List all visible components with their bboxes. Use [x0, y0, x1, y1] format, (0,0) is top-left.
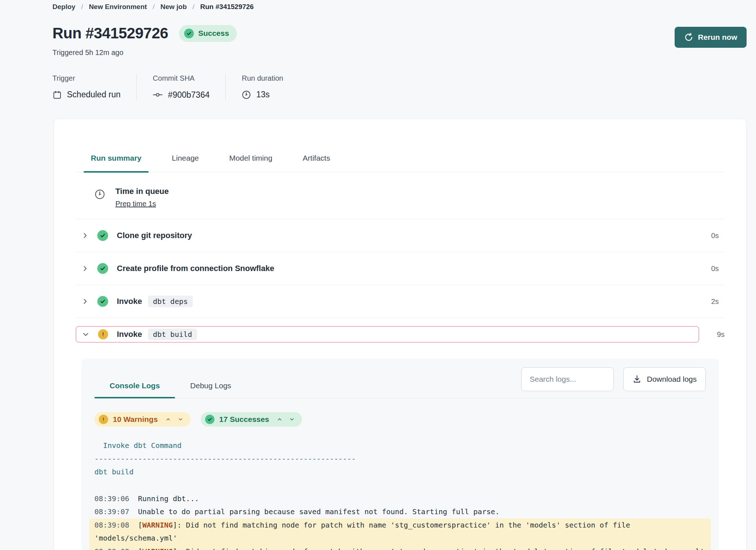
meta-trigger-value: Scheduled run	[67, 90, 120, 100]
log-message: Unable to do partial parsing because sav…	[138, 507, 499, 516]
successes-badge[interactable]: 17 Successes	[201, 412, 302, 427]
queue-clock-icon	[94, 189, 105, 200]
step-duration: 0s	[711, 265, 719, 273]
previous-success-chevron-up-icon[interactable]	[277, 416, 283, 422]
triggered-timestamp: Triggered 5h 12m ago	[52, 48, 747, 57]
run-detail-page: Deploy / New Environment / New job / Run…	[0, 0, 756, 550]
step-create-profile[interactable]: Create profile from connection Snowflake…	[76, 252, 725, 285]
logs-controls: Download logs	[521, 367, 706, 391]
warnings-badge[interactable]: 10 Warnings	[94, 412, 191, 427]
breadcrumb-separator: /	[81, 3, 83, 11]
meta-commit: Commit SHA #900b7364	[136, 74, 225, 100]
step-name: Clone git repository	[117, 231, 192, 240]
header-row: Run #341529726 Success	[52, 25, 747, 42]
step-invoke-dbt-build[interactable]: Invoke dbt build	[76, 326, 699, 343]
meta-duration: Run duration 13s	[225, 74, 299, 100]
download-logs-button[interactable]: Download logs	[623, 367, 706, 391]
status-badge: Success	[179, 25, 237, 42]
download-logs-label: Download logs	[647, 375, 697, 384]
previous-warning-chevron-up-icon[interactable]	[165, 416, 171, 422]
tab-console-logs[interactable]: Console Logs	[94, 381, 175, 398]
logs-panel: Console Logs Debug Logs Download logs	[81, 359, 719, 550]
download-icon	[632, 375, 642, 384]
warning-tag: WARNING	[142, 521, 173, 529]
card-tabs: Run summary Lineage Model timing Artifac…	[76, 154, 725, 172]
warnings-badge-label: 10 Warnings	[113, 415, 158, 424]
successes-badge-label: 17 Successes	[219, 415, 269, 424]
meta-commit-value: #900b7364	[168, 90, 209, 100]
meta-commit-label: Commit SHA	[153, 74, 209, 82]
log-message: Did not find matching node for patch wit…	[186, 547, 704, 550]
time-in-queue-section: Time in queue Prep time 1s	[76, 172, 725, 219]
breadcrumb-job[interactable]: New job	[160, 3, 187, 11]
chevron-down-icon[interactable]	[82, 331, 89, 338]
tab-model-timing[interactable]: Model timing	[229, 154, 273, 172]
logs-tabs: Console Logs Debug Logs	[94, 381, 246, 398]
log-command: dbt build	[94, 465, 706, 479]
warning-icon	[98, 329, 108, 339]
log-command-title: Invoke dbt Command	[94, 439, 706, 452]
clock-icon	[242, 90, 251, 100]
page-title: Run #341529726	[52, 25, 168, 42]
breadcrumb-deploy[interactable]: Deploy	[52, 3, 75, 11]
run-meta: Trigger Scheduled run Commit SHA #900b73…	[52, 74, 747, 100]
success-check-icon	[97, 263, 108, 274]
log-timestamp: 08:39:07	[94, 507, 129, 516]
console-log-output: Invoke dbt Command ---------------------…	[94, 439, 706, 550]
check-icon	[205, 415, 215, 424]
run-summary-card: Run summary Lineage Model timing Artifac…	[54, 119, 747, 550]
log-summary-badges: 10 Warnings 17 Successes	[94, 412, 706, 427]
next-success-chevron-down-icon[interactable]	[289, 416, 295, 422]
step-invoke-dbt-build-row: Invoke dbt build 9s	[76, 326, 725, 343]
step-name: Invoke	[117, 330, 142, 339]
step-name: Create profile from connection Snowflake	[117, 264, 274, 273]
log-message: Running dbt...	[138, 494, 199, 503]
breadcrumb: Deploy / New Environment / New job / Run…	[52, 3, 747, 11]
step-duration: 2s	[711, 297, 719, 306]
log-divider: ----------------------------------------…	[94, 452, 706, 466]
status-badge-label: Success	[198, 29, 229, 38]
step-clone-git-repository[interactable]: Clone git repository 0s	[76, 219, 725, 252]
log-timestamp: 08:39:06	[94, 494, 129, 503]
breadcrumb-separator: /	[192, 3, 194, 11]
log-timestamp: 08:39:08	[94, 547, 129, 550]
step-command-chip: dbt deps	[148, 296, 193, 307]
step-invoke-dbt-deps[interactable]: Invoke dbt deps 2s	[76, 285, 725, 318]
step-command-chip: dbt build	[148, 329, 197, 340]
chevron-right-icon[interactable]	[81, 265, 89, 272]
step-duration: 0s	[711, 232, 719, 240]
step-duration: 9s	[709, 330, 725, 339]
log-line-warning: 08:39:08 [WARNING]: Did not find matchin…	[89, 545, 711, 550]
logs-header: Console Logs Debug Logs Download logs	[94, 367, 706, 398]
log-timestamp: 08:39:08	[94, 521, 129, 529]
log-line: 08:39:06 Running dbt...	[94, 492, 706, 505]
breadcrumb-environment[interactable]: New Environment	[89, 3, 147, 11]
tab-artifacts[interactable]: Artifacts	[302, 154, 331, 172]
next-warning-chevron-down-icon[interactable]	[178, 416, 183, 422]
chevron-right-icon[interactable]	[81, 232, 89, 239]
warning-icon	[99, 415, 108, 424]
rerun-now-button[interactable]: Rerun now	[675, 27, 747, 48]
meta-duration-label: Run duration	[242, 74, 283, 82]
prep-time-link[interactable]: Prep time 1s	[115, 200, 156, 208]
tab-lineage[interactable]: Lineage	[171, 154, 200, 172]
meta-duration-value: 13s	[256, 90, 269, 100]
log-line: 08:39:07 Unable to do partial parsing be…	[94, 505, 706, 519]
rerun-now-label: Rerun now	[698, 33, 738, 42]
time-in-queue-title: Time in queue	[115, 187, 169, 196]
git-commit-icon	[153, 90, 163, 100]
tab-run-summary[interactable]: Run summary	[90, 154, 142, 172]
breadcrumb-current-run: Run #341529726	[200, 3, 254, 11]
refresh-icon	[684, 33, 693, 42]
check-icon	[184, 29, 194, 38]
meta-trigger-label: Trigger	[52, 74, 120, 82]
search-logs-input[interactable]	[521, 367, 614, 391]
log-line-warning: 08:39:08 [WARNING]: Did not find matchin…	[89, 519, 711, 545]
chevron-right-icon[interactable]	[81, 298, 89, 305]
success-check-icon	[97, 296, 108, 307]
meta-trigger: Trigger Scheduled run	[52, 74, 136, 100]
success-check-icon	[97, 230, 108, 241]
breadcrumb-separator: /	[153, 3, 154, 11]
tab-debug-logs[interactable]: Debug Logs	[175, 381, 246, 398]
calendar-icon	[52, 90, 62, 100]
